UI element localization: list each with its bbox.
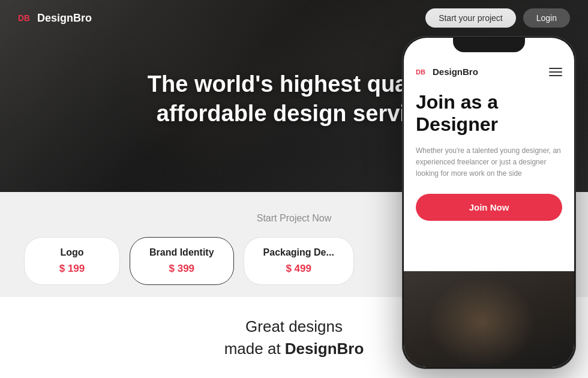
service-card-packaging[interactable]: Packaging De... $ 499	[244, 237, 354, 285]
service-logo-price: $ 199	[44, 263, 100, 275]
service-card-logo[interactable]: Logo $ 199	[24, 237, 120, 285]
phone-overlay: DB DesignBro Join as a Designer	[402, 36, 576, 369]
phone-frame: DB DesignBro Join as a Designer	[402, 36, 576, 369]
phone-screen: DB DesignBro Join as a Designer	[404, 38, 574, 367]
db-logo-icon: DB	[18, 13, 32, 23]
hero-text: The world's highest quality affordable d…	[144, 70, 444, 129]
service-brand-price: $ 399	[149, 263, 214, 275]
phone-db-icon: DB	[416, 67, 429, 77]
phone-bottom-photo	[404, 271, 574, 367]
hamburger-line-1	[549, 68, 562, 69]
phone-logo-text: DesignBro	[433, 67, 478, 77]
hamburger-menu[interactable]	[549, 68, 562, 76]
hamburger-line-2	[549, 71, 562, 73]
logo-text: DesignBro	[37, 12, 92, 25]
logo: DB DesignBro	[18, 12, 92, 25]
join-now-button[interactable]: Join Now	[416, 194, 562, 221]
phone-heading: Join as a Designer	[416, 91, 562, 136]
bottom-brand: DesignBro	[285, 340, 364, 358]
service-card-brand-identity[interactable]: Brand Identity $ 399	[130, 237, 234, 285]
service-packaging-price: $ 499	[263, 263, 334, 275]
login-button[interactable]: Login	[523, 8, 570, 28]
navbar: DB DesignBro Start your project Login	[0, 0, 588, 36]
phone-content: DB DesignBro Join as a Designer	[404, 44, 574, 233]
service-packaging-name: Packaging De...	[263, 247, 334, 258]
start-project-button[interactable]: Start your project	[425, 8, 516, 28]
svg-text:DB: DB	[18, 14, 30, 23]
bottom-text1: Great designs	[245, 317, 343, 335]
svg-text:DB: DB	[416, 68, 425, 75]
service-logo-name: Logo	[44, 247, 100, 258]
bottom-text2: made at	[224, 340, 285, 358]
phone-description: Whether you're a talented young designer…	[416, 145, 562, 180]
phone-heading-line2: Designer	[416, 113, 498, 135]
phone-navbar: DB DesignBro	[416, 62, 562, 77]
phone-notch	[453, 38, 525, 52]
phone-heading-line1: Join as a	[416, 91, 498, 113]
nav-buttons: Start your project Login	[425, 8, 570, 28]
hero-title: The world's highest quality affordable d…	[144, 70, 444, 129]
hamburger-line-3	[549, 75, 562, 76]
service-brand-name: Brand Identity	[149, 247, 214, 258]
phone-logo: DB DesignBro	[416, 67, 478, 77]
